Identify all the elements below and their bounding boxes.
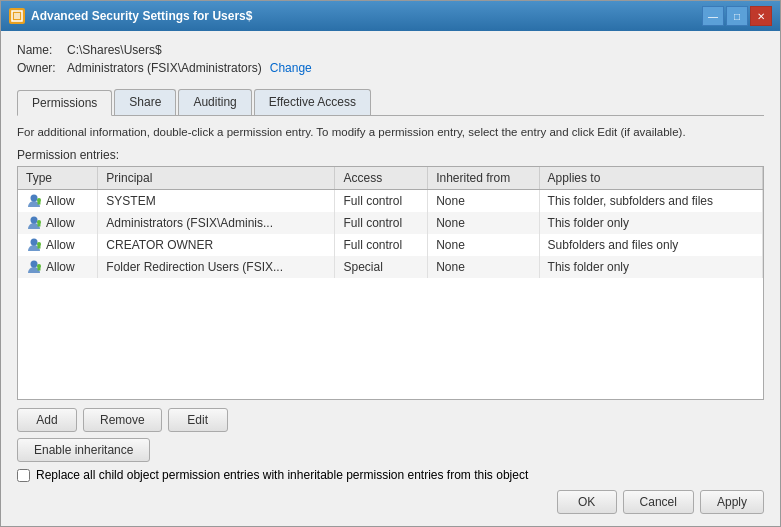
title-bar: Advanced Security Settings for Users$ — … (1, 1, 780, 31)
table-row[interactable]: Allow Administrators (FSIX\Adminis...Ful… (18, 212, 763, 234)
maximize-button[interactable]: □ (726, 6, 748, 26)
minimize-button[interactable]: — (702, 6, 724, 26)
window-title: Advanced Security Settings for Users$ (31, 9, 252, 23)
table-header-row: Type Principal Access Inherited from App… (18, 167, 763, 190)
table-row[interactable]: Allow Folder Redirection Users (FSIX...S… (18, 256, 763, 278)
cell-type: Allow (18, 234, 98, 256)
content-area: Name: C:\Shares\Users$ Owner: Administra… (1, 31, 780, 526)
tab-permissions[interactable]: Permissions (17, 90, 112, 116)
edit-buttons-row: Add Remove Edit (17, 408, 764, 432)
permissions-description: For additional information, double-click… (17, 124, 764, 140)
tab-share[interactable]: Share (114, 89, 176, 115)
user-icon (26, 193, 42, 209)
apply-button[interactable]: Apply (700, 490, 764, 514)
user-icon (26, 259, 42, 275)
tab-list: Permissions Share Auditing Effective Acc… (17, 89, 764, 116)
cell-principal: SYSTEM (98, 190, 335, 213)
name-row: Name: C:\Shares\Users$ (17, 43, 764, 57)
cell-principal: CREATOR OWNER (98, 234, 335, 256)
cell-applies: This folder only (539, 256, 762, 278)
table-row[interactable]: Allow CREATOR OWNERFull controlNoneSubfo… (18, 234, 763, 256)
bottom-area: Add Remove Edit Enable inheritance Repla… (17, 408, 764, 482)
svg-point-4 (31, 217, 38, 224)
svg-point-8 (31, 261, 38, 268)
cell-inherited: None (428, 212, 539, 234)
enable-inheritance-button[interactable]: Enable inheritance (17, 438, 150, 462)
owner-value: Administrators (FSIX\Administrators) (67, 61, 262, 75)
col-applies: Applies to (539, 167, 762, 190)
svg-rect-1 (14, 13, 20, 19)
inheritance-row: Enable inheritance (17, 438, 764, 462)
owner-row: Owner: Administrators (FSIX\Administrato… (17, 61, 764, 75)
name-value: C:\Shares\Users$ (67, 43, 162, 57)
table-row[interactable]: Allow SYSTEMFull controlNoneThis folder,… (18, 190, 763, 213)
name-label: Name: (17, 43, 67, 57)
cell-type: Allow (18, 256, 98, 278)
tabs-container: Permissions Share Auditing Effective Acc… (17, 89, 764, 482)
cell-inherited: None (428, 256, 539, 278)
add-button[interactable]: Add (17, 408, 77, 432)
type-text: Allow (46, 216, 75, 230)
permissions-table-container[interactable]: Type Principal Access Inherited from App… (17, 166, 764, 400)
user-icon (26, 237, 42, 253)
title-controls: — □ ✕ (702, 6, 772, 26)
tab-content-permissions: For additional information, double-click… (17, 116, 764, 482)
entries-label: Permission entries: (17, 148, 764, 162)
cell-applies: Subfolders and files only (539, 234, 762, 256)
change-link[interactable]: Change (270, 61, 312, 75)
permissions-table: Type Principal Access Inherited from App… (18, 167, 763, 278)
cell-inherited: None (428, 234, 539, 256)
cell-applies: This folder, subfolders and files (539, 190, 762, 213)
cell-applies: This folder only (539, 212, 762, 234)
footer-buttons: OK Cancel Apply (17, 490, 764, 514)
window-icon (9, 8, 25, 24)
col-access: Access (335, 167, 428, 190)
col-inherited: Inherited from (428, 167, 539, 190)
replace-label: Replace all child object permission entr… (36, 468, 528, 482)
cell-access: Full control (335, 212, 428, 234)
tab-auditing[interactable]: Auditing (178, 89, 251, 115)
cell-principal: Folder Redirection Users (FSIX... (98, 256, 335, 278)
cell-principal: Administrators (FSIX\Adminis... (98, 212, 335, 234)
type-text: Allow (46, 194, 75, 208)
cancel-button[interactable]: Cancel (623, 490, 694, 514)
main-window: Advanced Security Settings for Users$ — … (0, 0, 781, 527)
user-icon (26, 215, 42, 231)
cell-inherited: None (428, 190, 539, 213)
edit-button[interactable]: Edit (168, 408, 228, 432)
type-text: Allow (46, 238, 75, 252)
col-type: Type (18, 167, 98, 190)
type-text: Allow (46, 260, 75, 274)
replace-checkbox[interactable] (17, 469, 30, 482)
replace-checkbox-row: Replace all child object permission entr… (17, 468, 764, 482)
cell-access: Full control (335, 234, 428, 256)
cell-type: Allow (18, 212, 98, 234)
title-bar-left: Advanced Security Settings for Users$ (9, 8, 252, 24)
svg-point-2 (31, 195, 38, 202)
close-button[interactable]: ✕ (750, 6, 772, 26)
col-principal: Principal (98, 167, 335, 190)
ok-button[interactable]: OK (557, 490, 617, 514)
svg-point-6 (31, 239, 38, 246)
cell-access: Special (335, 256, 428, 278)
remove-button[interactable]: Remove (83, 408, 162, 432)
cell-access: Full control (335, 190, 428, 213)
cell-type: Allow (18, 190, 98, 213)
owner-label: Owner: (17, 61, 67, 75)
tab-effective-access[interactable]: Effective Access (254, 89, 371, 115)
